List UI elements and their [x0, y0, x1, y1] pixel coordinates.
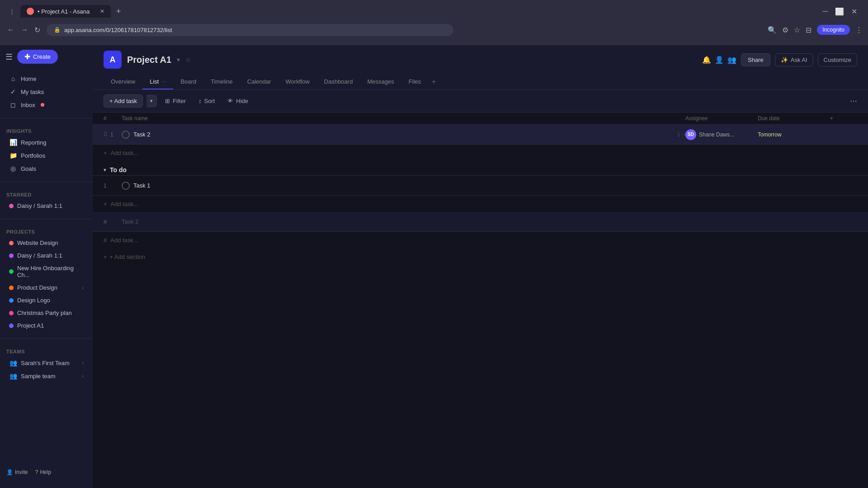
col-header-add: +	[830, 115, 857, 122]
sidebar-divider-2	[0, 182, 93, 182]
in-progress-task-input[interactable]	[122, 218, 857, 225]
sidebar-item-my-tasks[interactable]: ✓ My tasks	[3, 85, 90, 98]
create-button[interactable]: ✚ Create	[17, 50, 58, 64]
add-task-button[interactable]: + Add task	[104, 94, 143, 108]
more-members-icon[interactable]: 👥	[727, 56, 736, 64]
add-task-inline-todo[interactable]: + Add task...	[93, 196, 868, 212]
restore-button[interactable]: ⬜	[835, 7, 844, 16]
invite-label: Invite	[15, 469, 28, 475]
active-tab[interactable]: • Project A1 - Asana ✕	[20, 5, 111, 18]
sort-button[interactable]: ↕ Sort	[194, 95, 219, 107]
close-window-button[interactable]: ✕	[851, 7, 857, 16]
project-dropdown-button[interactable]: ▾	[177, 56, 180, 63]
app-body: ☰ ✚ Create ⌂ Home ✓ My tasks ◻ Inbox	[0, 45, 868, 488]
star-project-button[interactable]: ☆	[185, 56, 191, 63]
sidebar-item-website-design[interactable]: Website Design	[3, 237, 90, 249]
help-button[interactable]: ? Help	[35, 469, 51, 475]
customize-button[interactable]: Customize	[818, 53, 857, 66]
tab-group-button[interactable]: ⋮	[5, 6, 19, 17]
inbox-label: Inbox	[21, 102, 35, 108]
sidebar-item-new-hire[interactable]: New Hire Onboarding Ch...	[3, 262, 90, 281]
new-tab-button[interactable]: +	[113, 5, 125, 18]
sidebar-item-sarahs-team[interactable]: 👥 Sarah's First Team ›	[3, 357, 90, 369]
avatar-initials: SD	[688, 132, 694, 137]
team-label: Sample team	[21, 373, 56, 380]
search-icon[interactable]: 🔍	[768, 26, 777, 34]
browser-actions: 🔍 ⚙ ☆ ⊟ Incognito ⋮	[768, 25, 863, 35]
plus-icon: ✚	[24, 52, 30, 61]
section-toggle-button[interactable]: ▾	[104, 167, 106, 173]
subtask-icon[interactable]: ⤵	[677, 131, 680, 138]
forward-button[interactable]: →	[19, 24, 30, 36]
sidebar-item-product-design[interactable]: Product Design ›	[3, 282, 90, 294]
tab-calendar[interactable]: Calendar	[240, 74, 278, 89]
sidebar-item-inbox[interactable]: ◻ Inbox	[3, 99, 90, 111]
back-button[interactable]: ←	[5, 24, 16, 36]
sidebar-item-home[interactable]: ⌂ Home	[3, 72, 90, 85]
share-button[interactable]: Share	[741, 53, 770, 66]
sidebar-item-daisy-sarah[interactable]: Daisy / Sarah 1:1	[3, 249, 90, 262]
sidebar-item-daisy-sarah-starred[interactable]: Daisy / Sarah 1:1	[3, 200, 90, 212]
tab-files[interactable]: Files	[401, 74, 428, 89]
tab-dashboard[interactable]: Dashboard	[317, 74, 360, 89]
add-tab-button[interactable]: +	[428, 74, 439, 89]
add-task-inline-inprogress[interactable]: # Add task...	[93, 232, 868, 248]
goals-label: Goals	[21, 165, 36, 172]
members-icon[interactable]: 👤	[715, 56, 724, 64]
inbox-icon: ◻	[9, 101, 17, 108]
sidebar-toggle-icon[interactable]: ⊟	[806, 26, 811, 34]
sidebar-top: ☰ ✚ Create	[0, 45, 93, 68]
tab-label: Files	[409, 78, 421, 85]
project-actions-right: 🔔 👤 👥 Share ✨ Ask AI Customize	[702, 53, 857, 66]
ask-ai-button[interactable]: ✨ Ask AI	[775, 53, 813, 66]
add-section-row[interactable]: + + Add section	[93, 248, 868, 266]
share-label: Share	[748, 56, 764, 63]
table-row[interactable]: ⠿ 1 Task 2 ⤵ › SD Shane Daws...	[93, 125, 868, 145]
project-label: New Hire Onboarding Ch...	[17, 265, 84, 278]
inbox-notification-dot	[41, 103, 44, 107]
incognito-label: Incognito	[822, 27, 844, 33]
bookmark-icon[interactable]: ☆	[794, 26, 800, 34]
tab-overview[interactable]: Overview	[104, 74, 142, 89]
project-label: Design Logo	[17, 297, 50, 304]
filter-button[interactable]: ⊞ Filter	[160, 95, 190, 107]
tab-workflow[interactable]: Workflow	[278, 74, 317, 89]
tab-board[interactable]: Board	[173, 74, 203, 89]
profile-button[interactable]: Incognito	[817, 25, 850, 35]
menu-icon[interactable]: ⋮	[855, 26, 863, 34]
add-task-inline-unsectioned[interactable]: + Add task...	[93, 145, 868, 161]
tab-timeline[interactable]: Timeline	[203, 74, 240, 89]
notification-settings-icon[interactable]: 🔔	[702, 56, 711, 64]
address-bar[interactable]: 🔒 app.asana.com/0/1206178107812732/list	[47, 24, 453, 36]
table-row[interactable]: 1 Task 1	[93, 176, 868, 196]
sidebar-item-goals[interactable]: ◎ Goals	[3, 162, 90, 175]
reload-button[interactable]: ↻	[33, 24, 42, 36]
hide-button[interactable]: 👁 Hide	[223, 95, 253, 107]
extensions-icon[interactable]: ⚙	[782, 26, 788, 34]
main-content: A Project A1 ▾ ☆ 🔔 👤 👥 Share ✨	[93, 45, 868, 488]
project-label: Website Design	[17, 239, 58, 246]
tab-messages[interactable]: Messages	[360, 74, 401, 89]
sidebar-item-portfolios[interactable]: 📁 Portfolios	[3, 149, 90, 162]
invite-button[interactable]: 👤 Invite	[6, 469, 28, 475]
hamburger-button[interactable]: ☰	[5, 52, 13, 62]
add-task-dropdown-button[interactable]: ▾	[146, 95, 157, 107]
sidebar-item-reporting[interactable]: 📊 Reporting	[3, 136, 90, 149]
sidebar-item-design-logo[interactable]: Design Logo	[3, 294, 90, 306]
task-complete-checkbox[interactable]	[122, 131, 130, 139]
task-area: # Task name Assignee Due date + ⠿ 1 Task…	[93, 113, 868, 488]
sidebar-item-project-a1[interactable]: Project A1	[3, 319, 90, 332]
minimize-button[interactable]: ─	[823, 7, 828, 16]
col-header-assignee: Assignee	[685, 115, 758, 122]
tab-list[interactable]: List ···	[142, 74, 173, 89]
close-tab-button[interactable]: ✕	[100, 8, 104, 14]
task-number: ⠿ 1	[104, 131, 122, 138]
tab-bar: ⋮ • Project A1 - Asana ✕ + ─ ⬜ ✕	[0, 0, 868, 19]
sidebar-item-sample-team[interactable]: 👥 Sample team ›	[3, 370, 90, 382]
toolbar-more-button[interactable]: ⋯	[850, 97, 857, 105]
task-complete-checkbox[interactable]	[122, 182, 130, 190]
tasks-icon: ✓	[9, 88, 17, 95]
add-task-inline-label: Add task...	[111, 201, 138, 207]
sidebar-item-christmas-party[interactable]: Christmas Party plan	[3, 307, 90, 319]
drag-handle-icon[interactable]: ⠿	[104, 131, 108, 138]
